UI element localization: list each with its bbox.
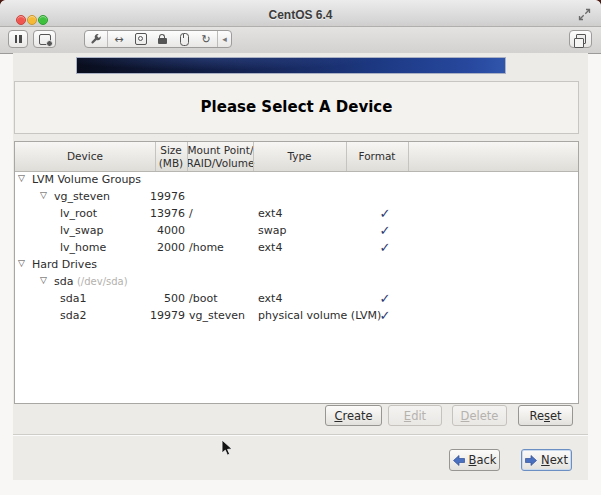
table-row[interactable]: lv_home 2000 /home ext4 ✓ [15,240,578,257]
table-header: Device Size(MB) Mount Point/RAID/Volume … [15,142,578,172]
table-row[interactable]: ▽ sda (/dev/sda) [15,274,578,291]
device-button-group: ↔ ↻ ◂ [84,30,232,48]
format-check-icon: ✓ [355,206,415,221]
expander-icon[interactable]: ▽ [40,275,47,285]
installer-banner [76,57,506,74]
wrench-icon [89,33,102,46]
column-divider [155,142,156,171]
column-header-device[interactable]: Device [15,142,155,171]
settings-button[interactable] [85,31,107,47]
vmware-toolbar: ↔ ↻ ◂ [0,27,601,54]
fit-window-button[interactable]: ↔ [107,31,130,47]
column-divider [187,142,188,171]
expander-icon[interactable]: ▽ [18,258,25,268]
hard-disk-button[interactable] [130,31,152,47]
format-check-icon: ✓ [355,291,415,306]
displays-icon [576,34,586,44]
device-table: Device Size(MB) Mount Point/RAID/Volume … [14,141,579,404]
heading-panel: Please Select A Device [14,81,579,134]
collapse-button[interactable]: ◂ [217,31,231,47]
mouse-cursor [221,439,234,457]
create-button[interactable]: Create [325,405,382,426]
network-sync-button[interactable]: ↻ [195,31,217,47]
pause-icon [15,35,22,43]
reset-button[interactable]: Reset [518,405,573,426]
column-divider [346,142,347,171]
expander-icon[interactable]: ▽ [40,190,47,200]
format-check-icon: ✓ [355,223,415,238]
table-row[interactable]: ▽ Hard Drives [15,257,578,274]
fullscreen-icon[interactable] [578,8,591,21]
back-button[interactable]: Back [449,449,500,471]
fit-window-icon: ↔ [114,34,123,45]
format-check-icon: ✓ [355,308,415,323]
column-header-format[interactable]: Format [346,142,408,171]
screenshot-root: CentOS 6.4 ↔ [0,0,601,495]
column-divider [253,142,254,171]
footer-divider [13,434,588,435]
display-settings-button[interactable] [569,30,592,48]
sync-icon: ↻ [201,34,210,45]
column-divider [408,142,409,171]
edit-button: Edit [388,405,442,426]
delete-button: Delete [452,405,507,426]
format-check-icon: ✓ [355,240,415,255]
mouse-button[interactable] [173,31,195,47]
column-header-mount[interactable]: Mount Point/RAID/Volume [187,142,254,171]
hard-disk-icon [135,33,147,45]
snapshot-button[interactable] [33,30,56,48]
collapse-arrow-icon: ◂ [222,35,227,44]
back-arrow-icon [453,455,465,466]
vm-screen: Please Select A Device Device Size(MB) M… [13,53,588,480]
table-body: ▽ LVM Volume Groups ▽ vg_steven 19976 lv… [15,172,578,325]
table-row[interactable]: sda2 19979 vg_steven physical volume (LV… [15,308,578,325]
snapshot-icon [39,34,51,45]
table-row[interactable]: sda1 500 /boot ext4 ✓ [15,291,578,308]
table-row[interactable]: ▽ vg_steven 19976 [15,189,578,206]
expander-icon[interactable]: ▽ [18,173,25,183]
cd-lock-button[interactable] [151,31,173,47]
next-arrow-icon [525,455,537,466]
lock-icon [158,38,167,44]
next-button[interactable]: Next [521,449,572,471]
page-title: Please Select A Device [15,82,578,133]
pause-button[interactable] [8,30,28,48]
table-row[interactable]: ▽ LVM Volume Groups [15,172,578,189]
titlebar[interactable]: CentOS 6.4 [0,0,601,27]
column-header-type[interactable]: Type [253,142,346,171]
vm-window: CentOS 6.4 ↔ [0,0,601,495]
mouse-icon [180,33,189,46]
table-row[interactable]: lv_swap 4000 swap ✓ [15,223,578,240]
window-title: CentOS 6.4 [0,0,601,26]
column-header-size[interactable]: Size(MB) [153,142,189,171]
device-path-note: (/dev/sda) [77,276,128,287]
table-row[interactable]: lv_root 13976 / ext4 ✓ [15,206,578,223]
